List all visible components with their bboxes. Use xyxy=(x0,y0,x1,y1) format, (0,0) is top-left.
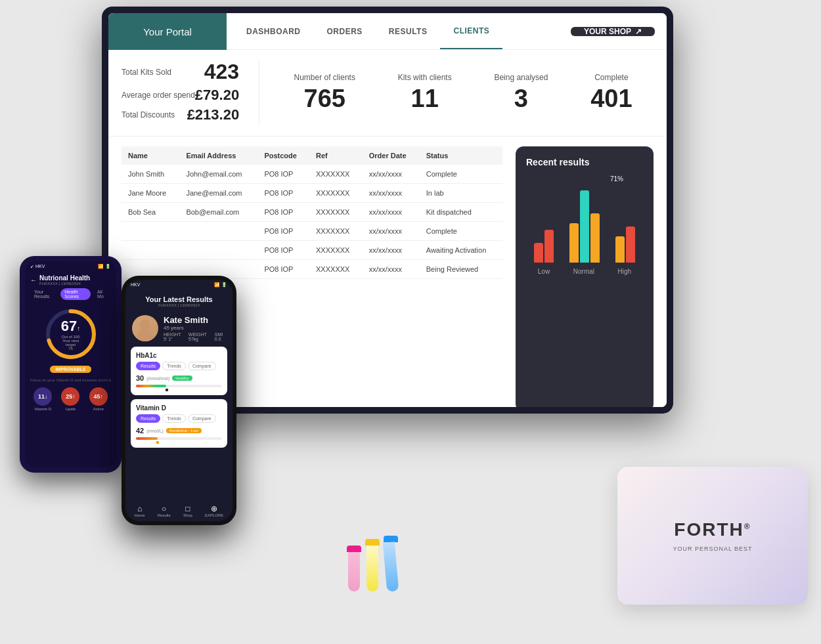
vitamin-d-tabs: Results Trends Compare xyxy=(136,414,222,423)
col-status: Status xyxy=(420,146,502,165)
num-clients-block: Number of clients 765 xyxy=(294,73,355,113)
vitamin-d-progress xyxy=(136,437,222,440)
bar-high-2 xyxy=(626,226,635,263)
recent-results-chart: Recent results 71% xyxy=(516,146,654,407)
stats-left: Total Kits Sold 423 Average order spend … xyxy=(122,60,259,126)
chart-percent: 71% xyxy=(526,175,623,182)
portal-nav: Your Portal DASHBOARD ORDERS RESULTS CLI… xyxy=(108,13,667,50)
phone-left-screen: ↙ HKV 📶 🔋 ← Nutrional Health FHXXXXX | 1… xyxy=(25,261,116,467)
phone-left-header: ← Nutrional Health FHXXXXX | 13/08/2024 xyxy=(25,272,116,288)
being-analysed-block: Being analysed 3 xyxy=(494,73,548,113)
bar-high-1 xyxy=(615,236,625,263)
hba1c-progress xyxy=(136,385,222,387)
hba1c-tabs: Results Trends Compare xyxy=(136,362,222,370)
col-ref: Ref xyxy=(309,146,363,165)
phone-left: ↙ HKV 📶 🔋 ← Nutrional Health FHXXXXX | 1… xyxy=(20,256,122,473)
kits-clients-block: Kits with clients 11 xyxy=(398,73,452,113)
col-order-date: Order Date xyxy=(363,146,420,165)
forth-logo: FORTH® xyxy=(674,519,751,540)
nav-orders[interactable]: ORDERS xyxy=(314,13,376,49)
metric-active: 45↑ Active xyxy=(89,387,108,411)
profile-row: Kate Smith 45 years HEIGHT 5' 1" WEIGHT … xyxy=(125,310,233,347)
col-postcode: Postcode xyxy=(257,146,309,165)
forth-product-box: FORTH® YOUR PERSONAL BEST xyxy=(617,467,808,605)
metric-vitamin-d: 11↓ Vitamin D xyxy=(33,387,52,411)
col-email: Email Address xyxy=(179,146,257,165)
hba1c-section: HbA1c Results Trends Compare 30 (mmol/mo… xyxy=(131,347,227,395)
tube-pink xyxy=(348,552,360,591)
table-row[interactable]: PO8 IOPXXXXXXXxx/xx/xxxxComplete xyxy=(122,222,502,241)
bar-low-1 xyxy=(534,243,543,263)
stats-right: Number of clients 765 Kits with clients … xyxy=(259,60,654,126)
table-row[interactable]: Jane MooreJane@email.comPO8 IOPXXXXXXXxx… xyxy=(122,184,502,203)
profile-avatar xyxy=(132,315,158,341)
avg-order-row: Average order spend £79.20 xyxy=(122,87,239,104)
table-header-row: Name Email Address Postcode Ref Order Da… xyxy=(122,146,502,165)
phone-left-status-bar: ↙ HKV 📶 🔋 xyxy=(25,261,116,272)
tube-cap-blue xyxy=(384,536,398,542)
focus-text: Focus on your Vitamin D and increase sco… xyxy=(25,377,116,383)
svg-point-2 xyxy=(140,320,150,330)
chart-labels: Low Normal High xyxy=(526,268,643,275)
portal-title: Your Portal xyxy=(108,13,227,50)
your-shop-button[interactable]: YOUR SHOP ↗ xyxy=(571,27,655,36)
tube-yellow xyxy=(366,546,378,591)
metric-lipids: 25↑ Lipids xyxy=(61,387,79,411)
complete-block: Complete 401 xyxy=(590,73,632,113)
score-circle-container: 67↑ Out of 100 Your next target 75 xyxy=(25,303,116,366)
forth-tagline: YOUR PERSONAL BEST xyxy=(673,546,752,552)
bar-low-2 xyxy=(544,230,554,263)
vitamin-d-section: Vitamin D Results Trends Compare 42 (nmo… xyxy=(131,399,227,448)
phone-right-status-bar: HKV 📶 🔋 xyxy=(125,280,233,290)
tube-cap-yellow xyxy=(365,539,380,546)
svg-point-3 xyxy=(137,330,153,341)
table-row[interactable]: PO8 IOPXXXXXXXxx/xx/xxxxAwaiting Activat… xyxy=(122,241,502,260)
nav-items: DASHBOARD ORDERS RESULTS CLIENTS YOUR SH… xyxy=(227,13,667,50)
tube-cap-pink xyxy=(347,546,361,552)
phone-right: HKV 📶 🔋 Your Latest Results FHXXXXX | 13… xyxy=(122,276,236,525)
total-discounts-row: Total Discounts £213.20 xyxy=(122,106,239,123)
phone-bottom-nav: ⌂ Home ○ Results □ Shop ⊕ EXPLORE xyxy=(125,500,233,521)
clients-table: Name Email Address Postcode Ref Order Da… xyxy=(122,146,502,279)
bar-normal-2 xyxy=(580,190,589,263)
tube-blue xyxy=(383,542,399,591)
chart-bars xyxy=(526,184,643,263)
external-link-icon: ↗ xyxy=(635,27,642,36)
bar-normal-1 xyxy=(569,223,579,263)
table-row[interactable]: John SmithJohn@email.comPO8 IOPXXXXXXXxx… xyxy=(122,165,502,184)
chart-title: Recent results xyxy=(526,157,643,167)
phone-metrics: 11↓ Vitamin D 25↑ Lipids 45↑ Active xyxy=(25,385,116,414)
total-kits-row: Total Kits Sold 423 xyxy=(122,60,239,84)
improvable-badge: IMPROVABLE xyxy=(50,366,91,373)
nav-explore[interactable]: ⊕ EXPLORE xyxy=(205,504,223,517)
nav-results[interactable]: RESULTS xyxy=(376,13,441,49)
score-circle: 67↑ Out of 100 Your next target 75 xyxy=(45,308,97,360)
test-tubes xyxy=(348,536,398,591)
phone-right-screen: HKV 📶 🔋 Your Latest Results FHXXXXX | 13… xyxy=(125,280,233,521)
phone-right-header: Your Latest Results FHXXXXX | 13/08/2024 xyxy=(125,290,233,310)
col-name: Name xyxy=(122,146,179,165)
nav-clients[interactable]: CLIENTS xyxy=(440,13,502,49)
table-row[interactable]: Bob SeaBob@email.comPO8 IOPXXXXXXXxx/xx/… xyxy=(122,203,502,222)
bar-normal-3 xyxy=(590,213,600,263)
nav-home[interactable]: ⌂ Home xyxy=(135,504,145,517)
stats-section: Total Kits Sold 423 Average order spend … xyxy=(108,50,667,137)
nav-dashboard[interactable]: DASHBOARD xyxy=(233,13,314,49)
phone-left-tabs: Your Results Health Scores All Mo xyxy=(25,288,116,303)
nav-results[interactable]: ○ Results xyxy=(158,504,171,517)
nav-shop[interactable]: □ Shop xyxy=(183,504,192,517)
